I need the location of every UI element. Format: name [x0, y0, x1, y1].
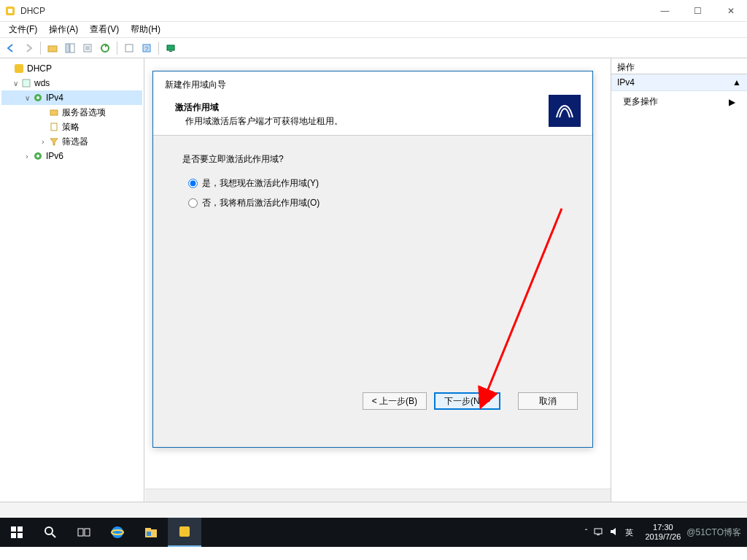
expander-icon[interactable]: ›: [22, 152, 32, 160]
tree-label: IPv6: [46, 151, 63, 161]
svg-rect-7: [125, 44, 133, 52]
actions-section-ipv4[interactable]: IPv4 ▲: [611, 74, 747, 91]
svg-rect-1: [8, 9, 12, 13]
svg-line-36: [481, 209, 562, 405]
expander-icon[interactable]: ∨: [22, 94, 32, 102]
actions-section-label: IPv4: [617, 77, 635, 88]
ie-taskbar-icon[interactable]: [101, 518, 134, 547]
forward-button[interactable]: [20, 40, 36, 56]
actions-more[interactable]: 更多操作 ▶: [611, 91, 747, 112]
tree-ipv4[interactable]: ∨ IPv4: [1, 90, 142, 105]
dialog-header: 新建作用域向导 激活作用域 作用域激活后客户端才可获得地址租用。: [153, 71, 592, 136]
maximize-button[interactable]: ☐: [681, 0, 714, 22]
svg-text:?: ?: [144, 45, 148, 52]
radio-activate-yes[interactable]: 是，我想现在激活此作用域(Y): [188, 177, 563, 190]
actions-pane: 操作 IPv4 ▲ 更多操作 ▶: [611, 58, 747, 502]
tree-policies[interactable]: 策略: [1, 120, 142, 134]
dhcp-icon: [13, 63, 25, 74]
monitor-icon[interactable]: [163, 40, 179, 56]
radio-yes-label: 是，我想现在激活此作用域(Y): [202, 177, 319, 190]
svg-rect-16: [50, 110, 58, 115]
back-button[interactable]: < 上一步(B): [363, 392, 427, 410]
menu-view[interactable]: 查看(V): [84, 22, 125, 37]
menu-action[interactable]: 操作(A): [43, 22, 84, 37]
up-folder-icon[interactable]: [44, 40, 61, 56]
svg-rect-20: [11, 526, 16, 532]
wizard-section-desc: 作用域激活后客户端才可获得地址租用。: [185, 115, 549, 128]
volume-icon[interactable]: [609, 526, 619, 538]
toolbar: ?: [0, 38, 747, 58]
svg-rect-3: [66, 44, 69, 52]
clock-date: 2019/7/26: [645, 532, 681, 542]
svg-rect-11: [169, 51, 172, 52]
refresh-icon[interactable]: [97, 40, 113, 56]
clock-time: 17:30: [645, 523, 681, 532]
tree-server-wds[interactable]: ∨ wds: [1, 76, 142, 90]
show-hide-tree-icon[interactable]: [62, 40, 78, 56]
menu-help[interactable]: 帮助(H): [125, 22, 166, 37]
menubar: 文件(F) 操作(A) 查看(V) 帮助(H): [0, 22, 747, 38]
expander-icon[interactable]: ›: [38, 138, 48, 146]
wizard-title: 新建作用域向导: [165, 79, 549, 91]
actions-more-label: 更多操作: [623, 96, 658, 108]
svg-point-28: [112, 526, 123, 538]
ime-indicator[interactable]: 英: [625, 527, 633, 538]
chevron-right-icon: ▶: [729, 97, 735, 107]
horizontal-scrollbar[interactable]: [145, 489, 611, 502]
explorer-taskbar-icon[interactable]: [134, 518, 168, 547]
next-button[interactable]: 下一步(N) >: [434, 392, 500, 410]
actions-header: 操作: [611, 58, 747, 74]
back-button[interactable]: [3, 40, 19, 56]
task-view-button[interactable]: [67, 518, 101, 547]
svg-rect-12: [15, 64, 23, 73]
svg-rect-10: [167, 45, 174, 50]
export-list-icon[interactable]: [80, 40, 96, 56]
nav-tree[interactable]: DHCP ∨ wds ∨ IPv4 服务器选项 策略 › 筛选器 ›: [0, 58, 144, 502]
svg-rect-23: [18, 533, 23, 538]
svg-rect-13: [23, 79, 30, 87]
network-icon[interactable]: [593, 526, 603, 538]
dhcp-taskbar-icon[interactable]: [168, 518, 201, 547]
menu-file[interactable]: 文件(F): [3, 22, 43, 37]
tree-ipv6[interactable]: › IPv6: [1, 149, 142, 163]
tree-label: DHCP: [27, 63, 52, 74]
minimize-button[interactable]: —: [649, 0, 681, 22]
ipv4-icon: [32, 92, 44, 104]
system-tray[interactable]: ˆ 英: [579, 526, 640, 538]
cancel-button[interactable]: 取消: [518, 392, 578, 410]
radio-yes-input[interactable]: [188, 179, 198, 188]
expander-icon[interactable]: ∨: [10, 79, 20, 88]
properties-icon[interactable]: [121, 40, 137, 56]
watermark-text: @51CTO博客: [686, 526, 747, 539]
taskbar-clock[interactable]: 17:30 2019/7/26: [639, 523, 686, 542]
options-icon: [48, 106, 60, 118]
wizard-header-icon: [549, 95, 581, 127]
tree-root-dhcp[interactable]: DHCP: [1, 61, 142, 76]
svg-rect-31: [145, 528, 151, 531]
taskbar: ˆ 英 17:30 2019/7/26 @51CTO博客: [0, 518, 747, 547]
tree-label: 策略: [62, 121, 80, 133]
svg-rect-27: [85, 529, 90, 536]
titlebar: DHCP — ☐ ✕: [0, 0, 747, 22]
tree-server-options[interactable]: 服务器选项: [1, 105, 142, 120]
svg-rect-2: [48, 46, 57, 52]
tray-chevron-icon[interactable]: ˆ: [585, 528, 588, 537]
start-button[interactable]: [0, 518, 34, 547]
close-button[interactable]: ✕: [714, 0, 747, 22]
collapse-icon[interactable]: ▲: [732, 77, 741, 88]
server-icon: [20, 77, 32, 89]
search-button[interactable]: [34, 518, 67, 547]
help-toolbar-icon[interactable]: ?: [139, 40, 155, 56]
svg-rect-33: [179, 526, 190, 537]
tree-filters[interactable]: › 筛选器: [1, 134, 142, 149]
radio-no-input[interactable]: [188, 198, 198, 208]
radio-activate-no[interactable]: 否，我将稍后激活此作用域(O): [188, 197, 563, 209]
radio-no-label: 否，我将稍后激活此作用域(O): [202, 197, 320, 209]
svg-rect-34: [595, 529, 602, 534]
statusbar: [0, 502, 747, 518]
svg-line-25: [52, 534, 55, 537]
svg-rect-22: [11, 533, 16, 538]
filter-icon: [48, 136, 60, 147]
dialog-body: 是否要立即激活此作用域? 是，我想现在激活此作用域(Y) 否，我将稍后激活此作用…: [153, 136, 592, 384]
tree-label: wds: [34, 78, 50, 88]
